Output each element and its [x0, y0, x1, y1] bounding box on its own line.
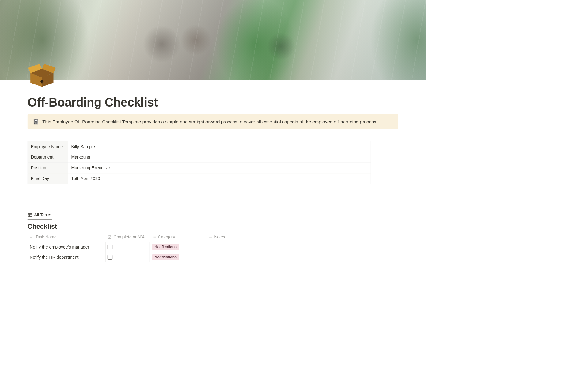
employee-info-table[interactable]: Employee Name Billy Sample Department Ma… — [28, 141, 371, 184]
info-label: Department — [28, 152, 68, 163]
title-property-icon: Aa — [30, 235, 34, 239]
checkbox-unchecked-icon[interactable] — [108, 245, 112, 249]
svg-point-11 — [153, 236, 153, 236]
category-tag: Notifications — [152, 244, 179, 250]
database-header: Aa Task Name Complete or N/A Category — [28, 232, 398, 242]
page-icon[interactable] — [28, 59, 56, 88]
column-task-name[interactable]: Aa Task Name — [28, 232, 106, 242]
callout-block[interactable]: 📓 This Employee Off-Boarding Checklist T… — [28, 114, 398, 129]
complete-cell[interactable] — [106, 242, 150, 252]
info-value[interactable]: Marketing Executive — [68, 163, 371, 173]
svg-rect-19 — [209, 238, 211, 238]
notes-cell[interactable] — [206, 242, 398, 252]
notes-cell[interactable] — [206, 252, 398, 262]
svg-rect-17 — [209, 236, 212, 236]
tab-label: All Tasks — [34, 212, 51, 218]
info-label: Employee Name — [28, 141, 68, 152]
table-row[interactable]: Notify the HR department Notifications — [28, 252, 398, 262]
svg-point-13 — [153, 237, 153, 238]
category-cell[interactable]: Notifications — [150, 242, 206, 252]
column-category[interactable]: Category — [150, 232, 206, 242]
page-title[interactable]: Off-Boarding Checklist — [28, 80, 398, 109]
column-complete[interactable]: Complete or N/A — [106, 232, 150, 242]
table-row: Position Marketing Executive — [28, 163, 371, 173]
database-view-tabs: All Tasks — [28, 211, 398, 220]
complete-cell[interactable] — [106, 252, 150, 262]
text-property-icon — [209, 235, 213, 239]
select-property-icon — [152, 235, 156, 239]
info-value[interactable]: 15th April 2030 — [68, 173, 371, 184]
info-value[interactable]: Billy Sample — [68, 141, 371, 152]
table-row: Department Marketing — [28, 152, 371, 163]
database-title[interactable]: Checklist — [28, 223, 398, 230]
task-name-cell[interactable]: Notify the employee's manager — [28, 242, 106, 252]
open-box-icon — [28, 59, 56, 88]
svg-rect-14 — [154, 237, 156, 237]
notebook-icon: 📓 — [33, 119, 39, 124]
table-row: Final Day 15th April 2030 — [28, 173, 371, 184]
category-cell[interactable]: Notifications — [150, 252, 206, 262]
callout-text: This Employee Off-Boarding Checklist Tem… — [42, 119, 377, 124]
checkbox-unchecked-icon[interactable] — [108, 255, 112, 260]
category-tag: Notifications — [152, 254, 179, 260]
svg-rect-16 — [154, 238, 156, 238]
svg-text:Aa: Aa — [30, 236, 34, 239]
svg-rect-12 — [154, 236, 156, 236]
table-icon — [28, 213, 32, 217]
info-label: Final Day — [28, 173, 68, 184]
info-label: Position — [28, 163, 68, 173]
tab-all-tasks[interactable]: All Tasks — [28, 211, 52, 220]
task-name-cell[interactable]: Notify the HR department — [28, 252, 106, 262]
table-row: Employee Name Billy Sample — [28, 141, 371, 152]
column-notes[interactable]: Notes — [206, 232, 398, 242]
svg-rect-6 — [28, 213, 32, 216]
table-row[interactable]: Notify the employee's manager Notificati… — [28, 242, 398, 252]
info-value[interactable]: Marketing — [68, 152, 371, 163]
checkbox-property-icon — [108, 235, 112, 239]
svg-rect-18 — [209, 237, 212, 237]
svg-point-15 — [153, 238, 153, 238]
cover-image — [0, 0, 426, 80]
